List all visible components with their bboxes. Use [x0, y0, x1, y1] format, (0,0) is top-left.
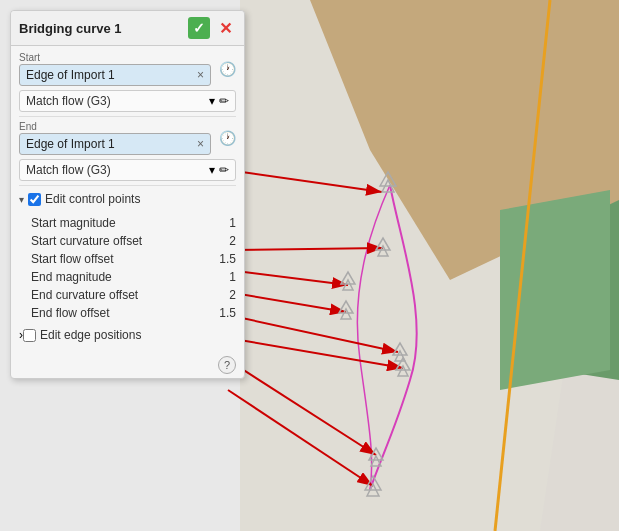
dropdown-arrow-1: ▾ — [209, 94, 215, 108]
edit-edge-positions-text: Edit edge positions — [40, 328, 141, 342]
cp-value-2: 1.5 — [216, 252, 236, 266]
orange-edge — [495, 0, 550, 531]
end-field-group: End Edge of Import 1 × — [19, 121, 211, 155]
cp-sf — [339, 301, 353, 319]
dropdown-arrow-2: ▾ — [209, 163, 215, 177]
svg-marker-5 — [341, 272, 355, 284]
edit-edge-positions-checkbox[interactable] — [23, 329, 36, 342]
svg-marker-7 — [339, 301, 353, 313]
svg-marker-10 — [395, 351, 405, 361]
start-input-row: Start Edge of Import 1 × 🕐 — [19, 52, 236, 86]
cp-label-4: End curvature offset — [31, 288, 138, 302]
confirm-button[interactable]: ✓ — [188, 17, 210, 39]
arrow-end-curvature — [228, 338, 403, 368]
green-panel — [500, 190, 610, 390]
cp-row-5: End flow offset 1.5 — [31, 304, 236, 322]
cp-label-0: Start magnitude — [31, 216, 116, 230]
arrow-1 — [228, 170, 382, 192]
cp-sm — [376, 238, 390, 256]
bridging-curve-panel: Bridging curve 1 ✓ ✕ Start Edge of Impor… — [10, 10, 245, 379]
expand-icon[interactable]: ▾ — [19, 194, 24, 205]
match-flow-2-dropdown[interactable]: Match flow (G3) ▾ ✏ — [19, 159, 236, 181]
cp-sc — [341, 272, 355, 290]
cp-row-3: End magnitude 1 — [31, 268, 236, 286]
cp-bottom — [365, 476, 381, 496]
divider-1 — [19, 116, 236, 117]
cp-em — [393, 343, 407, 361]
cp-value-1: 2 — [216, 234, 236, 248]
svg-marker-2 — [382, 180, 394, 192]
svg-marker-1 — [380, 172, 396, 186]
cp-row-1: Start curvature offset 2 — [31, 232, 236, 250]
end-clear-icon[interactable]: × — [197, 137, 204, 151]
divider-2 — [19, 185, 236, 186]
start-clock-icon[interactable]: 🕐 — [219, 61, 236, 77]
cp-value-5: 1.5 — [216, 306, 236, 320]
match-flow-1-icons: ▾ ✏ — [209, 94, 229, 108]
start-value: Edge of Import 1 — [26, 68, 193, 82]
cp-value-3: 1 — [216, 270, 236, 284]
bridging-curve-alt — [357, 185, 390, 490]
flat-surface — [240, 140, 500, 280]
cp-ec — [396, 358, 410, 376]
cp-label-3: End magnitude — [31, 270, 112, 284]
cp-row-4: End curvature offset 2 — [31, 286, 236, 304]
cp-value-4: 2 — [216, 288, 236, 302]
arrow-start-magnitude — [228, 248, 383, 250]
edit-edge-positions-row: › Edit edge positions — [19, 328, 236, 342]
panel-footer: ? — [11, 352, 244, 378]
svg-marker-13 — [369, 448, 383, 460]
end-value: Edge of Import 1 — [26, 137, 193, 151]
svg-marker-3 — [376, 238, 390, 250]
edit-control-points-checkbox[interactable] — [28, 193, 41, 206]
end-clock-icon[interactable]: 🕐 — [219, 130, 236, 146]
panel-body: Start Edge of Import 1 × 🕐 Match flow (G… — [11, 46, 244, 352]
match-flow-1-dropdown[interactable]: Match flow (G3) ▾ ✏ — [19, 90, 236, 112]
edit-control-points-label[interactable]: Edit control points — [28, 192, 140, 206]
match-flow-2-icons: ▾ ✏ — [209, 163, 229, 177]
cp-ef — [369, 448, 383, 466]
svg-marker-12 — [398, 366, 408, 376]
cp-row-2: Start flow offset 1.5 — [31, 250, 236, 268]
arrow-start-curvature — [228, 270, 348, 285]
panel-header: Bridging curve 1 ✓ ✕ — [11, 11, 244, 46]
edit-edge-positions-label[interactable]: Edit edge positions — [23, 328, 141, 342]
tan-plane — [310, 0, 619, 280]
close-button[interactable]: ✕ — [214, 17, 236, 39]
match-flow-1-label: Match flow (G3) — [26, 94, 111, 108]
pen-icon-2[interactable]: ✏ — [219, 163, 229, 177]
cp-label-1: Start curvature offset — [31, 234, 142, 248]
cp-row-0: Start magnitude 1 — [31, 214, 236, 232]
svg-marker-6 — [343, 280, 353, 290]
start-label: Start — [19, 52, 211, 63]
panel-header-buttons: ✓ ✕ — [188, 17, 236, 39]
start-field-group: Start Edge of Import 1 × — [19, 52, 211, 86]
end-input-row: End Edge of Import 1 × 🕐 — [19, 121, 236, 155]
pen-icon-1[interactable]: ✏ — [219, 94, 229, 108]
arrow-bottom — [228, 390, 373, 486]
cp-label-5: End flow offset — [31, 306, 110, 320]
tan-surface — [300, 0, 619, 260]
end-input[interactable]: Edge of Import 1 × — [19, 133, 211, 155]
edit-control-points-text: Edit control points — [45, 192, 140, 206]
end-label: End — [19, 121, 211, 132]
svg-marker-11 — [396, 358, 410, 370]
match-flow-2-label: Match flow (G3) — [26, 163, 111, 177]
arrow-start-flow — [228, 292, 346, 312]
start-clear-icon[interactable]: × — [197, 68, 204, 82]
bridging-curve-main — [370, 185, 417, 490]
arrow-end-flow — [228, 360, 376, 455]
svg-marker-4 — [378, 246, 388, 256]
panel-title: Bridging curve 1 — [19, 21, 122, 36]
control-points-section: Start magnitude 1 Start curvature offset… — [19, 214, 236, 322]
cp-top — [380, 172, 396, 192]
start-input[interactable]: Edge of Import 1 × — [19, 64, 211, 86]
help-button[interactable]: ? — [218, 356, 236, 374]
svg-marker-14 — [371, 456, 381, 466]
main-plane — [240, 0, 619, 531]
svg-marker-15 — [365, 476, 381, 490]
svg-marker-8 — [341, 309, 351, 319]
svg-marker-9 — [393, 343, 407, 355]
cp-value-0: 1 — [216, 216, 236, 230]
arrow-end-magnitude — [228, 315, 398, 352]
